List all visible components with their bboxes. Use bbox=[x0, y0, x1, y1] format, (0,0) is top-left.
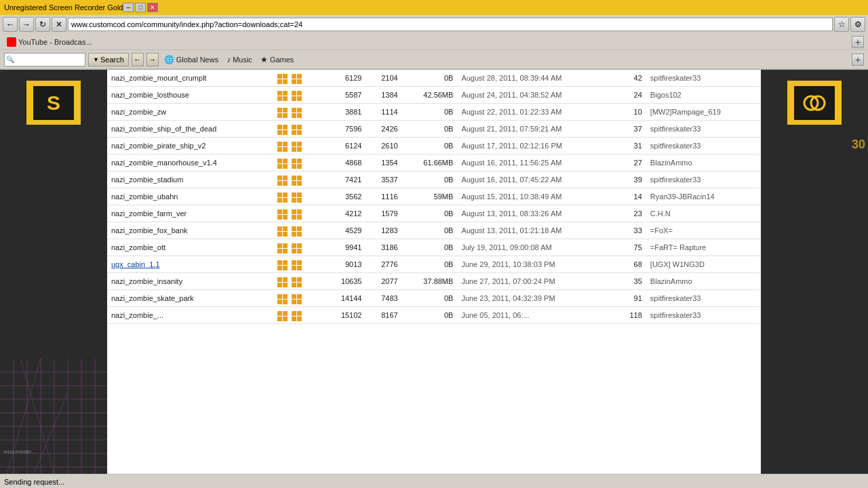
music-label: Music bbox=[233, 56, 252, 64]
row-num: 31 bbox=[616, 138, 646, 155]
row-name-label: nazi_zombie_ubahn bbox=[111, 192, 178, 201]
row-size: 0B bbox=[402, 256, 458, 273]
row-name: nazi_zombie_fox_bank bbox=[107, 222, 273, 239]
table-row: nazi_zombie_... 15102 8167 0B June 05, 2… bbox=[107, 307, 761, 324]
row-icon-block bbox=[292, 311, 302, 321]
row-user: =FaRT= Rapture bbox=[646, 239, 761, 256]
games-link[interactable]: ★ Games bbox=[258, 54, 296, 65]
add-tab-button[interactable]: + bbox=[852, 36, 864, 48]
content-area[interactable]: nazi_zombie_mount_crumplt 6129 2104 0B A… bbox=[107, 70, 761, 474]
row-col2: 3186 bbox=[366, 239, 401, 256]
row-col1: 9941 bbox=[323, 239, 366, 256]
row-icons bbox=[273, 273, 323, 290]
back-button[interactable]: ← bbox=[3, 17, 18, 32]
row-col2: 2077 bbox=[366, 273, 401, 290]
row-icon-block bbox=[277, 176, 288, 186]
main-layout: S bbox=[0, 70, 868, 474]
music-icon: ♪ bbox=[226, 55, 231, 64]
search-bar: 🔍 ▼ Search ← → 🌐 Global News ♪ Music ★ G… bbox=[0, 50, 868, 69]
maximize-button[interactable]: □ bbox=[135, 3, 146, 12]
row-icon-block bbox=[277, 209, 288, 220]
star-button[interactable]: ☆ bbox=[834, 17, 849, 32]
row-num: 39 bbox=[616, 171, 646, 188]
row-icons bbox=[273, 239, 323, 256]
global-news-label: Global News bbox=[176, 56, 218, 64]
row-icon-block bbox=[292, 159, 302, 169]
row-size: 0B bbox=[402, 307, 458, 324]
row-num: 10 bbox=[616, 104, 646, 121]
row-icons bbox=[273, 307, 323, 324]
close-button[interactable]: ✕ bbox=[147, 3, 158, 12]
row-icon-block bbox=[277, 142, 288, 152]
map-link[interactable]: ugx_cabin_1.1 bbox=[111, 260, 160, 268]
logo-s-icon: S bbox=[47, 92, 60, 115]
right-logo-container bbox=[761, 81, 868, 125]
row-col1: 10635 bbox=[323, 273, 366, 290]
row-icon-block bbox=[292, 125, 302, 135]
row-user: Bigos102 bbox=[646, 87, 761, 104]
row-user: spitfireskater33 bbox=[646, 70, 761, 87]
address-bar[interactable] bbox=[68, 18, 833, 31]
row-col1: 3881 bbox=[323, 104, 366, 121]
global-news-link[interactable]: 🌐 Global News bbox=[161, 54, 221, 65]
row-icons bbox=[273, 290, 323, 307]
refresh-button[interactable]: ↻ bbox=[35, 17, 50, 32]
music-link[interactable]: ♪ Music bbox=[224, 54, 255, 65]
stop-button[interactable]: ✕ bbox=[52, 17, 66, 32]
minimize-button[interactable]: ─ bbox=[123, 3, 134, 12]
row-date: August 16, 2011, 07:45:22 AM bbox=[457, 171, 616, 188]
row-icon-block bbox=[277, 294, 288, 304]
games-label: Games bbox=[270, 56, 294, 64]
row-name[interactable]: ugx_cabin_1.1 bbox=[107, 256, 273, 273]
row-icon-block bbox=[277, 74, 288, 84]
row-size: 0B bbox=[402, 222, 458, 239]
row-icon-block bbox=[277, 159, 288, 169]
row-name: nazi_zombie_... bbox=[107, 307, 273, 324]
right-number: 30 bbox=[852, 138, 865, 152]
row-col1: 3562 bbox=[323, 188, 366, 205]
add-bar-item-button[interactable]: + bbox=[852, 54, 864, 66]
row-name-label: nazi_zombie_pirate_ship_v2 bbox=[111, 142, 205, 150]
row-user: =FoX= bbox=[646, 222, 761, 239]
row-date: August 13, 2011, 08:33:26 AM bbox=[457, 205, 616, 222]
row-num: 35 bbox=[616, 273, 646, 290]
browser-chrome: ← → ↻ ✕ ☆ ⚙ YouTube - Broadcas... + 🔍 ▼ … bbox=[0, 15, 868, 70]
row-name: nazi_zombie_mount_crumplt bbox=[107, 70, 273, 87]
row-num: 37 bbox=[616, 121, 646, 138]
search-back-btn[interactable]: ← bbox=[132, 53, 144, 66]
table-row: nazi_zombie_insanity 10635 2077 37.88MB … bbox=[107, 273, 761, 290]
bookmark-label-youtube: YouTube - Broadcas... bbox=[18, 38, 92, 46]
svg-line-17 bbox=[34, 392, 68, 474]
row-name: nazi_zombie_ship_of_the_dead bbox=[107, 121, 273, 138]
title-bar: Unregistered Screen Recorder Gold ─ □ ✕ bbox=[0, 0, 868, 15]
row-icons bbox=[273, 256, 323, 273]
row-icons bbox=[273, 104, 323, 121]
row-date: August 22, 2011, 01:22:33 AM bbox=[457, 104, 616, 121]
search-fwd-btn[interactable]: → bbox=[146, 53, 159, 66]
search-input[interactable] bbox=[14, 56, 68, 64]
row-icon-block bbox=[277, 91, 288, 101]
row-col1: 6129 bbox=[323, 70, 366, 87]
row-size: 0B bbox=[402, 205, 458, 222]
grid-svg: misc/model... bbox=[0, 359, 107, 474]
row-icon-block bbox=[292, 209, 302, 220]
bookmark-item-youtube[interactable]: YouTube - Broadcas... bbox=[4, 37, 95, 47]
search-button[interactable]: ▼ Search bbox=[88, 53, 129, 66]
table-row: nazi_zombie_skate_park 14144 7483 0B Jun… bbox=[107, 290, 761, 307]
bookmarks-bar: YouTube - Broadcas... + bbox=[0, 34, 868, 50]
row-size: 0B bbox=[402, 290, 458, 307]
row-size: 0B bbox=[402, 171, 458, 188]
right-sidebar: 30 bbox=[761, 70, 868, 474]
row-col2: 8167 bbox=[366, 307, 401, 324]
search-dropdown-icon: ▼ bbox=[93, 56, 99, 63]
forward-button[interactable]: → bbox=[19, 17, 34, 32]
tools-button[interactable]: ⚙ bbox=[850, 17, 865, 32]
row-icon-block bbox=[292, 294, 302, 304]
row-icon-block bbox=[277, 243, 288, 253]
row-date: August 17, 2011, 02:12:16 PM bbox=[457, 138, 616, 155]
row-col1: 5587 bbox=[323, 87, 366, 104]
row-icon-block bbox=[292, 192, 302, 203]
row-col2: 1116 bbox=[366, 188, 401, 205]
nav-bar: ← → ↻ ✕ ☆ ⚙ bbox=[0, 15, 868, 34]
table-row: nazi_zombie_losthouse 5587 1384 42.56MB … bbox=[107, 87, 761, 104]
